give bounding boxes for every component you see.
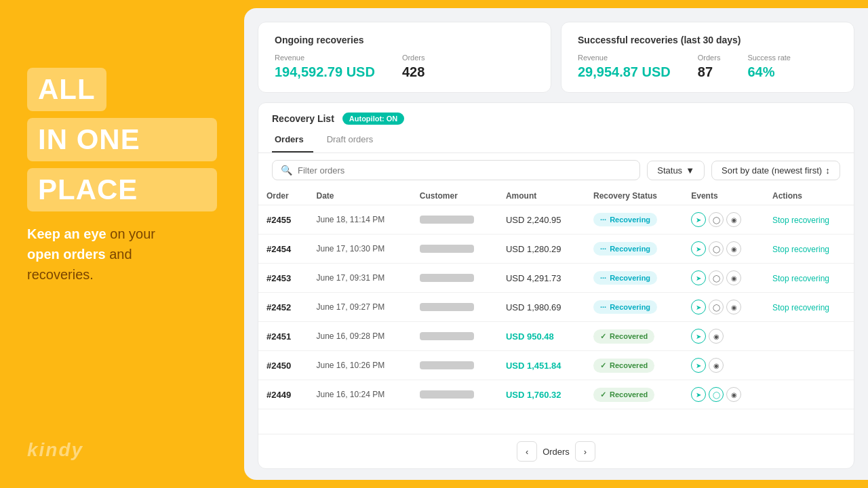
recovery-status-cell: ✓ Recovered bbox=[585, 322, 683, 351]
left-panel: ALL IN ONE PLACE Keep an eye on your ope… bbox=[0, 0, 244, 488]
order-number: #2455 bbox=[258, 205, 308, 235]
logo: kindy bbox=[27, 439, 83, 461]
event-icon: ◯ bbox=[709, 212, 724, 227]
actions-cell[interactable]: Stop recovering bbox=[764, 235, 854, 264]
order-date: June 16, 10:24 PM bbox=[308, 380, 411, 409]
autopilot-badge: Autopilot: ON bbox=[342, 113, 404, 125]
status-badge: ··· Recovering bbox=[593, 213, 657, 226]
event-icon: ◯ bbox=[709, 300, 724, 314]
order-date: June 17, 09:31 PM bbox=[308, 264, 411, 293]
subtitle-strong2: open orders bbox=[27, 247, 106, 262]
stop-recovering-button[interactable]: Stop recovering bbox=[772, 245, 829, 254]
recovered-icon: ✓ bbox=[600, 390, 606, 399]
events-cell: ➤◯◉ bbox=[683, 264, 764, 293]
actions-cell bbox=[764, 380, 854, 409]
event-icon: ◉ bbox=[726, 387, 741, 402]
order-number: #2452 bbox=[258, 293, 308, 322]
col-customer: Customer bbox=[412, 187, 498, 205]
actions-cell[interactable]: Stop recovering bbox=[764, 264, 854, 293]
order-date: June 16, 09:28 PM bbox=[308, 322, 411, 351]
successful-revenue: Revenue 29,954.87 USD bbox=[578, 54, 671, 80]
ongoing-orders: Orders 428 bbox=[402, 54, 425, 80]
actions-cell bbox=[764, 322, 854, 351]
subtitle-strong1: Keep an eye bbox=[27, 226, 106, 241]
ongoing-metrics: Revenue 194,592.79 USD Orders 428 bbox=[275, 54, 534, 80]
status-filter-button[interactable]: Status ▼ bbox=[647, 161, 705, 180]
order-date: June 16, 10:26 PM bbox=[308, 351, 411, 380]
table-row: #2452June 17, 09:27 PMUSD 1,980.69··· Re… bbox=[258, 293, 854, 322]
event-icon: ➤ bbox=[691, 241, 706, 256]
events-cell: ➤◯◉ bbox=[683, 205, 764, 235]
table-row: #2451June 16, 09:28 PMUSD 950.48✓ Recove… bbox=[258, 322, 854, 351]
search-input[interactable] bbox=[298, 165, 631, 176]
chevron-down-icon: ▼ bbox=[686, 165, 694, 176]
actions-cell[interactable]: Stop recovering bbox=[764, 293, 854, 322]
recovering-icon: ··· bbox=[600, 274, 606, 282]
table-row: #2450June 16, 10:26 PMUSD 1,451.84✓ Reco… bbox=[258, 351, 854, 380]
event-icon: ➤ bbox=[691, 387, 706, 402]
next-page-button[interactable]: › bbox=[575, 441, 595, 462]
events-cell: ➤◉ bbox=[683, 322, 764, 351]
customer-cell bbox=[412, 293, 498, 322]
filter-row: 🔍 Status ▼ Sort by date (newest first) ↕ bbox=[258, 153, 854, 187]
amount-cell: USD 1,760.32 bbox=[498, 380, 585, 409]
event-icon: ◉ bbox=[726, 212, 741, 227]
list-title: Recovery List bbox=[272, 113, 334, 124]
tab-orders[interactable]: Orders bbox=[272, 130, 313, 152]
successful-metrics: Revenue 29,954.87 USD Orders 87 Success … bbox=[578, 54, 837, 80]
ongoing-title: Ongoing recoveries bbox=[275, 35, 534, 45]
recovery-status-cell: ✓ Recovered bbox=[585, 351, 683, 380]
headline-line1: ALL bbox=[27, 68, 106, 111]
headline-line2: IN ONE bbox=[27, 118, 217, 161]
col-date: Date bbox=[308, 187, 411, 205]
stop-recovering-button[interactable]: Stop recovering bbox=[772, 274, 829, 283]
events-cell: ➤◯◉ bbox=[683, 235, 764, 264]
event-icon: ➤ bbox=[691, 358, 706, 373]
amount-cell: USD 1,280.29 bbox=[498, 235, 585, 264]
event-icon: ◯ bbox=[709, 387, 724, 402]
recovery-status-cell: ··· Recovering bbox=[585, 235, 683, 264]
status-badge: ··· Recovering bbox=[593, 300, 657, 314]
ongoing-orders-value: 428 bbox=[402, 64, 425, 80]
table-row: #2449June 16, 10:24 PMUSD 1,760.32✓ Reco… bbox=[258, 380, 854, 409]
order-date: June 17, 09:27 PM bbox=[308, 293, 411, 322]
event-icon: ◉ bbox=[709, 329, 724, 344]
event-icon: ◉ bbox=[726, 270, 741, 285]
prev-page-button[interactable]: ‹ bbox=[517, 441, 537, 462]
order-date: June 18, 11:14 PM bbox=[308, 205, 411, 235]
col-order: Order bbox=[258, 187, 308, 205]
orders-table-wrap: Order Date Customer Amount Recovery Stat… bbox=[258, 187, 854, 434]
successful-recoveries-card: Successful recoveries (last 30 days) Rev… bbox=[561, 22, 854, 93]
amount-cell: USD 2,240.95 bbox=[498, 205, 585, 235]
sort-button[interactable]: Sort by date (newest first) ↕ bbox=[711, 161, 840, 180]
pagination-label: Orders bbox=[542, 447, 570, 457]
tab-draft-orders[interactable]: Draft orders bbox=[324, 130, 383, 152]
ongoing-revenue-value: 194,592.79 USD bbox=[275, 64, 375, 80]
recovered-icon: ✓ bbox=[600, 332, 606, 341]
table-row: #2455June 18, 11:14 PMUSD 2,240.95··· Re… bbox=[258, 205, 854, 235]
amount-cell: USD 4,291.73 bbox=[498, 264, 585, 293]
recovering-icon: ··· bbox=[600, 245, 606, 253]
search-box: 🔍 bbox=[272, 160, 640, 180]
customer-cell bbox=[412, 235, 498, 264]
order-number: #2453 bbox=[258, 264, 308, 293]
customer-cell bbox=[412, 322, 498, 351]
successful-revenue-value: 29,954.87 USD bbox=[578, 64, 671, 80]
event-icon: ➤ bbox=[691, 270, 706, 285]
event-icon: ➤ bbox=[691, 300, 706, 314]
order-number: #2451 bbox=[258, 322, 308, 351]
actions-cell bbox=[764, 351, 854, 380]
customer-cell bbox=[412, 380, 498, 409]
successful-orders: Orders 87 bbox=[698, 54, 721, 80]
order-number: #2454 bbox=[258, 235, 308, 264]
stop-recovering-button[interactable]: Stop recovering bbox=[772, 216, 829, 225]
successful-title: Successful recoveries (last 30 days) bbox=[578, 35, 837, 45]
event-icon: ◯ bbox=[709, 241, 724, 256]
stop-recovering-button[interactable]: Stop recovering bbox=[772, 303, 829, 312]
col-actions: Actions bbox=[764, 187, 854, 205]
recovering-icon: ··· bbox=[600, 216, 606, 224]
customer-cell bbox=[412, 351, 498, 380]
order-number: #2450 bbox=[258, 351, 308, 380]
recovering-icon: ··· bbox=[600, 303, 606, 311]
actions-cell[interactable]: Stop recovering bbox=[764, 205, 854, 235]
